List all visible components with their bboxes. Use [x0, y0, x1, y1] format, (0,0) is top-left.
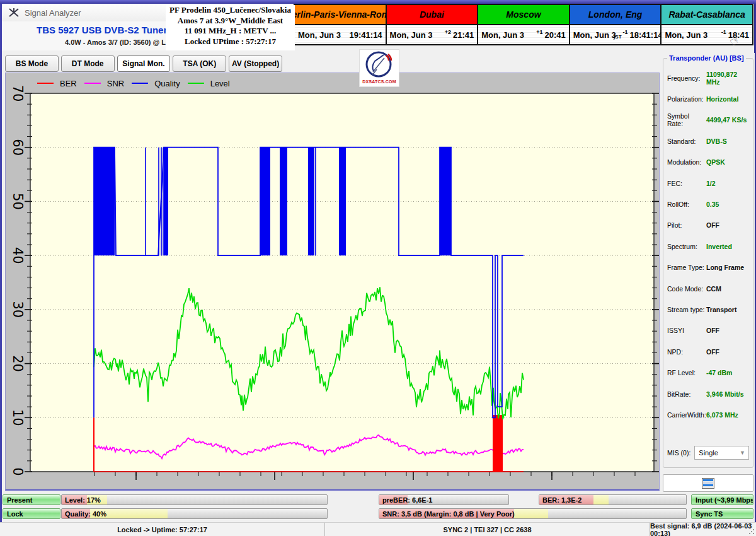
transponder-label: Modulation: — [667, 158, 706, 166]
transponder-value: Horizontal — [706, 95, 738, 103]
info-line: 11 091 MHz_H : METV ... — [166, 26, 295, 37]
info-line: PF Prodelin 450_Lučenec/Slovakia — [166, 5, 295, 16]
transponder-row: FEC:1/2 — [663, 173, 753, 194]
svg-text:40: 40 — [10, 247, 25, 264]
clock-date: Mon, Jun 3 — [573, 30, 616, 40]
transponder-label: Polarization: — [667, 95, 706, 103]
world-clocks: Berlin-Paris-Vienna-RomaMon, Jun 319:41:… — [294, 4, 753, 45]
clock-city-label: Dubai — [387, 5, 478, 25]
transport-stream-button[interactable] — [663, 474, 753, 492]
status-section-2: Best signal: 6,9 dB (2024-06-03 00:13) — [650, 523, 756, 536]
transponder-label: ISSYI — [667, 327, 706, 334]
status-bar: Locked -> Uptime: 57:27:17SYNC 2 | TEI 3… — [0, 522, 756, 536]
transponder-row: CarrierWidth:6,073 MHz — [663, 404, 753, 425]
tab-av-stopped-[interactable]: AV (Stopped) — [229, 55, 282, 72]
clock-city-label: London, Eng — [570, 5, 661, 25]
clock-utc-offset: -1 — [623, 29, 628, 35]
transponder-row: Spectrum:Inverted — [663, 236, 753, 257]
mode-tabs: BS ModeDT ModeSignal Mon.TSA (OK)AV (Sto… — [5, 55, 282, 72]
transponder-row: ISSYIOFF — [663, 320, 753, 341]
transponder-label: CarrierWidth: — [667, 411, 706, 419]
clock-utc-offset: +2 — [445, 29, 451, 35]
transponder-row: Code Mode:CCM — [663, 278, 753, 299]
transponder-row: RollOff:0.35 — [663, 194, 753, 214]
clock-column: MoscowMon, Jun 3+120:41 — [478, 5, 570, 44]
transport-stream-icon — [702, 478, 714, 489]
tab-tsa-ok-[interactable]: TSA (OK) — [173, 55, 226, 72]
transponder-label: Frame Type: — [667, 264, 706, 271]
transponder-value: -47 dBm — [706, 369, 732, 376]
transponder-value: OFF — [706, 327, 719, 334]
status-section-1: SYNC 2 | TEI 327 | CC 2638 — [325, 523, 650, 536]
window-border-left — [0, 4, 2, 536]
bar-fill-yellow-zone — [593, 495, 608, 504]
bar-label: Level: 17% — [65, 496, 101, 504]
chevron-down-icon: ▼ — [740, 450, 745, 456]
clock-time-row: Mon, Jun 3+221:41 — [387, 25, 478, 44]
bar-fill-yellow-zone — [514, 509, 548, 518]
clock-date: Mon, Jun 3 — [298, 30, 350, 40]
resize-grip[interactable] — [748, 528, 755, 535]
transponder-row: BitRate:3,946 Mbit/s — [663, 383, 753, 404]
progress-bar-preber: preBER: 6,6E-1 — [379, 494, 509, 505]
clock-city-label: Moscow — [478, 5, 569, 25]
svg-text:10: 10 — [10, 409, 25, 426]
transponder-value: Inverted — [706, 243, 732, 250]
svg-text:30: 30 — [10, 301, 25, 318]
site-info-block: PF Prodelin 450_Lučenec/SlovakiaAmos 7 a… — [166, 5, 295, 50]
transponder-value: 6,073 MHz — [706, 411, 738, 419]
clock-time: 21:41 — [453, 30, 474, 40]
info-line: Amos 7 at 3.9°W_Middle East — [166, 16, 295, 26]
status-section-0: Locked -> Uptime: 57:27:17 — [0, 523, 325, 536]
clock-column: DubaiMon, Jun 3+221:41 — [387, 5, 479, 44]
transponder-groupbox: Transponder (AU) [BS] Frequency:11090,87… — [663, 58, 753, 468]
transponder-label: RollOff: — [667, 201, 706, 208]
svg-text:60: 60 — [10, 139, 25, 156]
tab-signal-mon-[interactable]: Signal Mon. — [117, 55, 171, 72]
transponder-label: Frequency: — [667, 74, 706, 82]
transponder-label: Stream type: — [667, 306, 706, 313]
clock-city-label: Berlin-Paris-Vienna-Roma — [295, 5, 386, 25]
info-line: Locked UPtime : 57:27:17 — [166, 37, 295, 47]
transponder-row: Symbol Rate:4499,47 KS/s — [663, 110, 753, 131]
window-title: Signal Analyzer — [25, 8, 81, 18]
mis-select[interactable]: Single ▼ — [694, 446, 749, 460]
transponder-label: Spectrum: — [667, 243, 706, 250]
clock-time-row: Mon, Jun 319:41:14 — [295, 25, 386, 44]
clock-time-row: Mon, Jun 3)ST-118:41:14 — [570, 25, 661, 44]
svg-text:70: 70 — [10, 85, 25, 102]
status-badge-present: Present — [3, 494, 60, 505]
signal-plot: 010203040506070 — [6, 73, 659, 489]
clock-time: 20:41 — [545, 30, 566, 40]
transponder-row: Pilot:OFF — [663, 215, 753, 236]
transponder-value: Long Frame — [706, 264, 744, 271]
logo-caption: DXSATCS.COM — [362, 79, 396, 84]
transponder-value: CCM — [706, 285, 721, 293]
mis-label: MIS (0): — [667, 449, 690, 457]
transponder-row: NPD:OFF — [663, 341, 753, 362]
tab-dt-mode[interactable]: DT Mode — [61, 55, 115, 72]
transponder-row: Frequency:11090,872 MHz — [663, 67, 753, 88]
transponder-title: Transponder (AU) [BS] — [667, 54, 746, 62]
transponder-value: QPSK — [706, 158, 725, 166]
transponder-row: Stream type:Transport — [663, 299, 753, 320]
transponder-value: 1/2 — [706, 180, 716, 187]
transponder-value: 4499,47 KS/s — [706, 116, 747, 124]
satellite-dish-icon — [365, 50, 394, 79]
transponder-row: Polarization:Horizontal — [663, 88, 753, 109]
app-icon — [8, 8, 20, 18]
bar-label: SNR: 3,5 dB (Margin: 0,8 dB | Very Poor) — [382, 510, 515, 518]
progress-bar-level: Level: 17% — [61, 494, 328, 505]
transponder-label: Symbol Rate: — [667, 112, 706, 127]
clock-time-row: Mon, Jun 3+120:41 — [478, 25, 569, 44]
transponder-value: Transport — [706, 306, 736, 313]
bar-label: BER: 1,3E-2 — [542, 496, 581, 504]
tab-bs-mode[interactable]: BS Mode — [5, 55, 59, 72]
transponder-value: OFF — [706, 348, 719, 356]
transponder-label: Code Mode: — [667, 285, 706, 293]
transponder-row: RF Level:-47 dBm — [663, 362, 753, 383]
progress-bar-quality: Quality: 40% — [61, 508, 328, 519]
transponder-value: 3,946 Mbit/s — [706, 390, 744, 398]
progress-bar-ber: BER: 1,3E-2 — [539, 494, 687, 505]
transponder-label: BitRate: — [667, 390, 706, 398]
